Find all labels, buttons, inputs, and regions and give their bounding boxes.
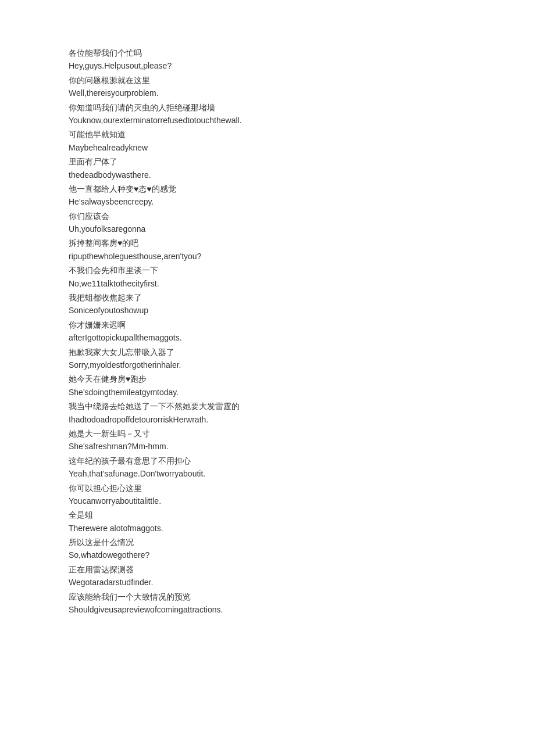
chinese-line-1: 你的问题根源就在这里: [69, 74, 466, 87]
chinese-line-9: 我把蛆都收焦起来了: [69, 291, 466, 304]
english-line-4: thedeadbodywasthere.: [69, 169, 466, 181]
english-line-13: IhadtodoadropoffdetourorriskHerwrath.: [69, 413, 466, 426]
chinese-line-8: 不我们会先和市里谈一下: [69, 264, 466, 277]
chinese-line-5: 他一直都给人种变♥态♥的感觉: [69, 182, 466, 195]
chinese-line-15: 这年纪的孩子最有意思了不用担心: [69, 454, 466, 467]
chinese-line-13: 我当中绕路去给她送了一下不然她要大发雷霆的: [69, 400, 466, 413]
line-pair-13: 我当中绕路去给她送了一下不然她要大发雷霆的Ihadtodoadropoffdet…: [69, 400, 466, 426]
english-line-19: Wegotaradarstudfinder.: [69, 576, 466, 589]
english-line-18: So,whatdowegothere?: [69, 549, 466, 561]
english-line-12: She'sdoingthemileatgymtoday.: [69, 386, 466, 399]
line-pair-6: 你们应该会Uh,youfolksaregonna: [69, 210, 466, 236]
line-pair-5: 他一直都给人种变♥态♥的感觉He'salwaysbeencreepy.: [69, 182, 466, 209]
english-line-6: Uh,youfolksaregonna: [69, 223, 466, 235]
line-pair-15: 这年纪的孩子最有意思了不用担心Yeah,that'safunage.Don'tw…: [69, 454, 466, 481]
chinese-line-14: 她是大一新生吗－又寸: [69, 427, 466, 440]
chinese-line-12: 她今天在健身房♥跑步: [69, 372, 466, 385]
chinese-line-10: 你才姗姗来迟啊: [69, 318, 466, 331]
chinese-line-18: 所以这是什么情况: [69, 536, 466, 549]
english-line-0: Hey,guys.Helpusout,please?: [69, 59, 466, 72]
english-line-7: ripupthewholeguesthouse,aren'tyou?: [69, 250, 466, 263]
main-content: 各位能帮我们个忙吗Hey,guys.Helpusout,please?你的问题根…: [69, 46, 466, 616]
chinese-line-3: 可能他早就知道: [69, 128, 466, 141]
chinese-line-16: 你可以担心担心这里: [69, 482, 466, 495]
english-line-3: Maybehealreadyknew: [69, 141, 466, 154]
english-line-20: Shouldgiveusapreviewofcomingattractions.: [69, 603, 466, 616]
chinese-line-0: 各位能帮我们个忙吗: [69, 46, 466, 59]
line-pair-18: 所以这是什么情况So,whatdowegothere?: [69, 536, 466, 562]
line-pair-20: 应该能给我们一个大致情况的预览Shouldgiveusapreviewofcom…: [69, 590, 466, 617]
chinese-line-7: 拆掉整间客房♥的吧: [69, 237, 466, 249]
line-pair-1: 你的问题根源就在这里Well,thereisyourproblem.: [69, 74, 466, 100]
english-line-10: afterIgottopickupallthemaggots.: [69, 331, 466, 344]
english-line-16: Youcanworryaboutitalittle.: [69, 495, 466, 507]
line-pair-4: 里面有尸体了thedeadbodywasthere.: [69, 155, 466, 181]
english-line-9: Soniceofyoutoshowup: [69, 304, 466, 317]
english-line-5: He'salwaysbeencreepy.: [69, 195, 466, 208]
chinese-line-6: 你们应该会: [69, 210, 466, 223]
english-line-2: Youknow,ourexterminatorrefusedtotouchthe…: [69, 114, 466, 127]
english-line-11: Sorry,myoldestforgotherinhaler.: [69, 359, 466, 371]
chinese-line-2: 你知道吗我们请的灭虫的人拒绝碰那堵墙: [69, 101, 466, 114]
chinese-line-4: 里面有尸体了: [69, 155, 466, 168]
chinese-line-20: 应该能给我们一个大致情况的预览: [69, 590, 466, 603]
english-line-1: Well,thereisyourproblem.: [69, 87, 466, 99]
chinese-line-19: 正在用雷达探测器: [69, 563, 466, 576]
line-pair-19: 正在用雷达探测器Wegotaradarstudfinder.: [69, 563, 466, 589]
chinese-line-11: 抱歉我家大女儿忘带吸入器了: [69, 346, 466, 359]
line-pair-0: 各位能帮我们个忙吗Hey,guys.Helpusout,please?: [69, 46, 466, 73]
line-pair-12: 她今天在健身房♥跑步She'sdoingthemileatgymtoday.: [69, 372, 466, 399]
line-pair-3: 可能他早就知道Maybehealreadyknew: [69, 128, 466, 154]
line-pair-7: 拆掉整间客房♥的吧ripupthewholeguesthouse,aren'ty…: [69, 237, 466, 263]
line-pair-11: 抱歉我家大女儿忘带吸入器了Sorry,myoldestforgotherinha…: [69, 346, 466, 372]
line-pair-2: 你知道吗我们请的灭虫的人拒绝碰那堵墙Youknow,ourexterminato…: [69, 101, 466, 127]
line-pair-17: 全是蛆Therewere alotofmaggots.: [69, 508, 466, 535]
line-pair-8: 不我们会先和市里谈一下No,we11talktothecityfirst.: [69, 264, 466, 290]
line-pair-14: 她是大一新生吗－又寸She'safreshman?Mm-hmm.: [69, 427, 466, 453]
line-pair-10: 你才姗姗来迟啊afterIgottopickupallthemaggots.: [69, 318, 466, 345]
line-pair-16: 你可以担心担心这里Youcanworryaboutitalittle.: [69, 482, 466, 508]
english-line-14: She'safreshman?Mm-hmm.: [69, 440, 466, 453]
english-line-17: Therewere alotofmaggots.: [69, 522, 466, 535]
line-pair-9: 我把蛆都收焦起来了Soniceofyoutoshowup: [69, 291, 466, 317]
english-line-8: No,we11talktothecityfirst.: [69, 277, 466, 290]
english-line-15: Yeah,that'safunage.Don'tworryaboutit.: [69, 467, 466, 480]
chinese-line-17: 全是蛆: [69, 508, 466, 521]
